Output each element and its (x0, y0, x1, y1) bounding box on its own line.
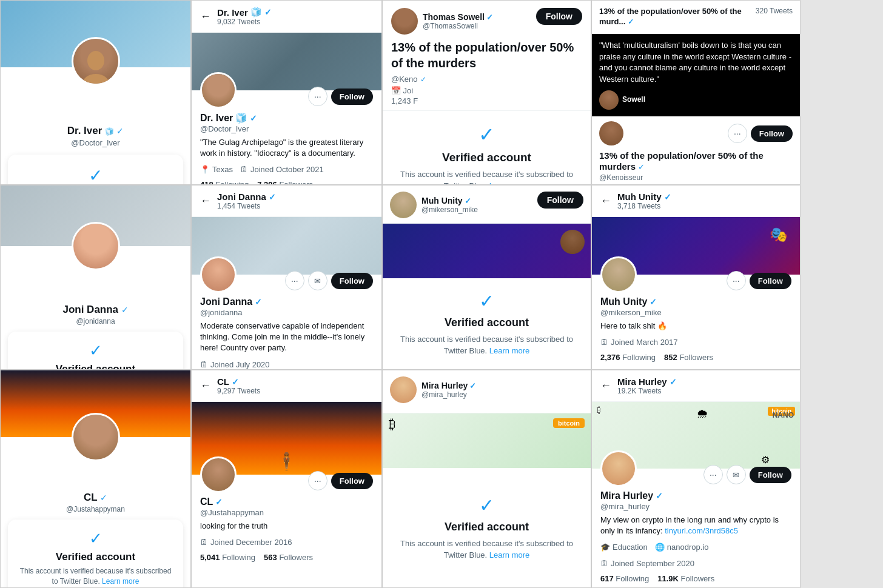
following-muh-unity[interactable]: 2,376 Following (600, 353, 656, 362)
fp-name-drIver: Dr. Iver 🧊 ✓ (192, 112, 381, 124)
dr-iver-name: Dr. Iver (67, 125, 102, 136)
joni-header-check: ✓ (269, 192, 276, 202)
sowell-meta: @Keno ✓ (391, 75, 582, 84)
check-drIver: ✓ (264, 7, 272, 17)
following-cl[interactable]: 5,041 Following (200, 553, 255, 562)
following-drIver[interactable]: 418 Following (200, 180, 249, 185)
cl-verified-title: Verified account (18, 551, 173, 563)
joni-check-preview: ✓ (121, 305, 129, 315)
follow-button-joni[interactable]: Follow (331, 273, 373, 289)
fp-meta-mira: 🎓 Education 🌐 nanodrop.io 🗓 Joined Septe… (592, 540, 800, 570)
fp-check-muh-unity: ✓ (650, 297, 657, 307)
fp-avatar-row-drIver: ··· Follow (192, 72, 381, 109)
fp-stats-drIver: 418 Following 7,396 Followers (192, 176, 381, 185)
dr-iver-preview-card: Dr. Iver 🧊 ✓ @Doctor_Iver ✓ Verified acc… (0, 0, 191, 185)
joni-avatar-preview (72, 222, 120, 270)
fp-bio-muh-unity: Here to talk shit 🔥 (592, 317, 800, 335)
follow-button-sowell[interactable]: Follow (536, 8, 582, 25)
follow-button-kenoisseur[interactable]: Follow (751, 125, 793, 142)
muh-unity-tweet-card: Muh Unity ✓ @mikerson_mike Follow ✓ Veri… (382, 185, 591, 370)
mira-verified-title: Verified account (392, 521, 581, 533)
back-button-drIver[interactable]: ← (200, 10, 211, 23)
cl-verified-desc: This account is verified because it's su… (18, 566, 173, 587)
kenoisseur-actions: ··· Follow (728, 124, 793, 143)
email-button-joni[interactable]: ✉ (308, 271, 327, 290)
joni-verified-title: Verified account (18, 363, 173, 370)
mira-learn-more[interactable]: Learn more (489, 550, 529, 560)
kenoisseur-profile-row: ··· Follow (592, 116, 800, 150)
fp-avatar-row-mira: ··· ✉ Follow (592, 450, 800, 487)
back-button-joni[interactable]: ← (200, 195, 211, 207)
fp-avatar-mira (600, 450, 637, 487)
muh-unity-learn-more[interactable]: Learn more (489, 346, 529, 355)
followers-muh-unity[interactable]: 852 Followers (664, 353, 713, 362)
fp-avatar-muh-unity (600, 256, 637, 293)
more-options-joni[interactable]: ··· (285, 271, 304, 290)
back-button-muh-unity[interactable]: ← (600, 195, 611, 207)
more-options-mira[interactable]: ··· (703, 465, 723, 484)
joined-muh-unity: 🗓 Joined March 2017 (600, 338, 678, 347)
bitcoin-badge: bitcoin (553, 418, 585, 428)
mira-hurley-tweet-card: Mira Hurley ✓ @mira_hurley ₿ bitcoin ✓ V… (382, 370, 591, 588)
sowell-tweet-name: Thomas Sowell ✓ (423, 12, 493, 22)
fp-avatar-joni (200, 256, 237, 293)
muh-unity-verified-title: Verified account (392, 316, 581, 329)
follow-button-cl[interactable]: Follow (331, 473, 373, 489)
sowell-verified-title: Verified account (395, 151, 579, 164)
fp-bio-joni: Moderate conservative capable of indepen… (192, 317, 381, 358)
more-options-muh-unity[interactable]: ··· (727, 271, 746, 290)
muh-unity-header-check: ✓ (664, 192, 671, 202)
dr-iver-avatar (72, 37, 120, 85)
kenoisseur-check: ✓ (638, 162, 645, 172)
fp-stats-cl: 5,041 Following 563 Followers (192, 549, 381, 566)
mira-bio-link[interactable]: tinyurl.com/3nrd58c5 (665, 526, 738, 535)
sowell-verified-popup: ✓ Verified account This account is verif… (383, 111, 591, 185)
mira-avatar-tweet (390, 376, 417, 403)
follow-button-muh-unity-tweet[interactable]: Follow (537, 192, 583, 209)
fp-name-joni: Joni Danna ✓ (192, 296, 381, 307)
location-drIver: 📍 Texas (200, 165, 233, 174)
fp-header-joni: ← Joni Danna ✓ 1,454 Tweets (192, 185, 381, 217)
mira-header-check: ✓ (670, 377, 677, 387)
dr-iver-handle-preview: @Doctor_Iver (1, 137, 190, 149)
bitcoin-logo: ₿ (389, 416, 395, 432)
cl-verified-popup: ✓ Verified account This account is verif… (8, 520, 183, 588)
follow-button-mira[interactable]: Follow (750, 467, 791, 483)
fp-meta-joni: 🗓 Joined July 2020 (192, 358, 381, 370)
muh-unity-verified-popup: ✓ Verified account This account is verif… (383, 278, 591, 369)
svg-point-1 (82, 74, 109, 84)
follow-button-drIver[interactable]: Follow (331, 89, 373, 105)
banner-emoji: 🎭 (770, 226, 788, 243)
fp-stats-mira: 617 Following 11.9K Followers (592, 570, 800, 587)
cl-learn-more[interactable]: Learn more (102, 577, 139, 586)
dr-iver-full-profile: ← Dr. Iver 🧊 ✓ 9,032 Tweets ··· Follow D… (191, 0, 382, 185)
kenoisseur-handle: @Keno (391, 75, 418, 84)
fp-header-name-cl: CL ✓ (217, 376, 373, 387)
sowell-verified-desc: This account is verified because it's su… (395, 169, 579, 185)
followers-cl[interactable]: 563 Followers (264, 553, 313, 562)
fp-avatar-row-muh-unity: ··· Follow (592, 256, 800, 293)
fp-handle-cl: @Justahappyman (192, 508, 381, 517)
joni-preview-card: Joni Danna ✓ @jonidanna ✓ Verified accou… (0, 185, 191, 370)
more-options-kenoisseur[interactable]: ··· (728, 124, 747, 143)
fp-handle-drIver: @Doctor_Iver (192, 124, 381, 133)
following-mira[interactable]: 617 Following (600, 574, 649, 583)
joined-drIver: 🗓 Joined October 2021 (240, 165, 324, 174)
dr-iver-emoji: 🧊 (105, 127, 114, 136)
back-button-mira[interactable]: ← (600, 379, 611, 392)
mira-tweet-handle: @mira_hurley (421, 390, 476, 399)
followers-mira[interactable]: 11.9K Followers (657, 574, 714, 583)
muh-unity-banner-area (383, 224, 591, 278)
cl-verified-icon: ✓ (18, 529, 173, 548)
cl-header-check: ✓ (232, 377, 239, 387)
muh-unity-check-icon: ✓ (392, 290, 581, 312)
followers-drIver[interactable]: 7,396 Followers (257, 180, 313, 185)
more-options-drIver[interactable]: ··· (308, 87, 327, 106)
email-button-mira[interactable]: ✉ (727, 465, 746, 484)
back-button-cl[interactable]: ← (200, 379, 211, 392)
fp-avatar-cl (200, 456, 237, 493)
joni-full-profile: ← Joni Danna ✓ 1,454 Tweets ··· ✉ Follow… (191, 185, 382, 370)
follow-button-muh-unity[interactable]: Follow (750, 273, 791, 289)
sowell-quote-avatar (599, 90, 619, 110)
more-options-cl[interactable]: ··· (308, 471, 327, 490)
